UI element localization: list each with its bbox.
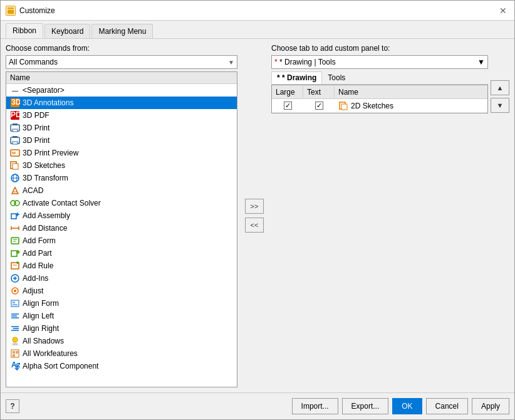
alpha-sort-icon: Az	[10, 361, 20, 371]
apply-button[interactable]: Apply	[472, 398, 509, 414]
list-item[interactable]: Add Assembly	[6, 209, 237, 222]
right-controls: * * Drawing | Tools ▼ * * Drawing Tools …	[271, 55, 509, 113]
svg-rect-7	[13, 123, 18, 125]
list-item[interactable]: 3D Print	[6, 122, 237, 134]
all-shadows-icon	[10, 336, 20, 346]
3d-transform-icon	[10, 173, 20, 183]
move-down-button[interactable]: ▼	[491, 98, 509, 113]
list-item[interactable]: Add Distance	[6, 222, 237, 234]
tab-row: Ribbon Keyboard Marking Menu	[1, 21, 514, 39]
item-name-cell: 2D Sketches	[335, 100, 487, 112]
export-button[interactable]: Export...	[342, 398, 389, 414]
list-item[interactable]: 3D Transform	[6, 172, 237, 184]
close-button[interactable]: ✕	[497, 4, 509, 17]
3d-pdf-icon: PDF	[10, 110, 20, 120]
list-item[interactable]: 3D Sketches	[6, 159, 237, 172]
list-item[interactable]: Az Alpha Sort Component	[6, 360, 237, 372]
cancel-button[interactable]: Cancel	[426, 398, 468, 414]
bottom-bar-left: ?	[6, 399, 288, 413]
list-item[interactable]: Add Form	[6, 234, 237, 247]
item-label: 3D Print Preview	[23, 149, 78, 157]
tab-selector-dropdown[interactable]: * * Drawing | Tools ▼	[271, 55, 488, 69]
main-content: Choose commands from: All Commands ▼ Nam…	[1, 39, 514, 392]
list-item[interactable]: ACAD	[6, 184, 237, 197]
right-list-header: Large Text Name	[272, 85, 487, 99]
item-label: Activate Contact Solver	[23, 199, 101, 207]
list-item[interactable]: Align Right	[6, 322, 237, 335]
right-tab-tools[interactable]: Tools	[322, 71, 351, 84]
item-label: Add-Ins	[23, 274, 48, 283]
left-panel-label: Choose commands from:	[6, 44, 237, 53]
item-label: All Workfeatures	[23, 349, 78, 358]
right-panel-label: Choose tab to add custom panel to:	[271, 44, 509, 53]
add-rule-icon	[10, 261, 20, 271]
right-list-item[interactable]: 2D Sketches	[272, 99, 487, 113]
item-label: 3D Transform	[23, 174, 68, 182]
import-button[interactable]: Import...	[292, 398, 338, 414]
list-item[interactable]: Add Part	[6, 247, 237, 260]
ok-button[interactable]: OK	[392, 398, 422, 414]
list-item[interactable]: Add Rule	[6, 260, 237, 272]
svg-rect-29	[11, 238, 19, 244]
item-label: Adjust	[23, 286, 43, 295]
move-up-button[interactable]: ▲	[491, 80, 509, 95]
2d-sketches-icon	[338, 101, 348, 111]
text-checkbox[interactable]	[315, 102, 323, 110]
item-label: 3D Print	[23, 123, 49, 132]
list-item[interactable]: Adjust	[6, 285, 237, 297]
commands-list-wrapper: Name — <Separator> 3D 3D Annotations	[6, 71, 237, 387]
remove-button[interactable]: <<	[245, 218, 264, 233]
text-checkbox-cell[interactable]	[303, 100, 335, 111]
middle-buttons: >> <<	[242, 44, 266, 387]
svg-rect-23	[11, 214, 16, 219]
tab-marking-menu[interactable]: Marking Menu	[91, 24, 153, 38]
add-button[interactable]: >>	[245, 199, 264, 214]
list-item[interactable]: All Workfeatures	[6, 347, 237, 360]
item-label: Add Distance	[23, 224, 67, 233]
svg-rect-45	[13, 302, 15, 303]
tab-keyboard[interactable]: Keyboard	[44, 24, 90, 38]
list-item[interactable]: All Shadows	[6, 335, 237, 347]
large-checkbox-cell[interactable]	[272, 100, 303, 111]
svg-point-22	[14, 201, 19, 206]
separator-icon: —	[10, 85, 20, 95]
svg-marker-19	[12, 187, 18, 194]
svg-rect-15	[13, 164, 18, 169]
list-item[interactable]: Align Form	[6, 297, 237, 310]
dialog: Customize ✕ Ribbon Keyboard Marking Menu…	[0, 0, 515, 420]
list-item[interactable]: 3D Print Preview	[6, 147, 237, 159]
tab-selector-arrow: ▼	[477, 58, 485, 66]
right-list-box[interactable]: Large Text Name	[271, 85, 488, 113]
commands-dropdown-arrow: ▼	[228, 59, 234, 66]
list-item[interactable]: — <Separator>	[6, 84, 237, 97]
svg-point-53	[13, 337, 18, 342]
align-form-icon	[10, 298, 20, 308]
right-tab-drawing[interactable]: * * Drawing	[271, 71, 322, 84]
list-item[interactable]: 3D Print	[6, 134, 237, 147]
list-item[interactable]: Activate Contact Solver	[6, 197, 237, 209]
item-label: <Separator>	[23, 86, 65, 95]
help-button[interactable]: ?	[6, 399, 19, 413]
list-item[interactable]: 3D 3D Annotations	[6, 97, 237, 109]
tab-ribbon[interactable]: Ribbon	[6, 23, 43, 38]
3d-print-preview-icon	[10, 148, 20, 158]
contact-solver-icon	[10, 198, 20, 208]
svg-text:3D: 3D	[11, 98, 20, 107]
right-panel: Choose tab to add custom panel to: * * D…	[271, 44, 509, 387]
commands-dropdown[interactable]: All Commands ▼	[6, 55, 237, 69]
list-item[interactable]: Add-Ins	[6, 272, 237, 285]
list-item[interactable]: PDF 3D PDF	[6, 109, 237, 122]
svg-rect-32	[11, 251, 17, 256]
svg-rect-58	[13, 354, 15, 357]
svg-rect-57	[16, 351, 18, 354]
item-label: Add Rule	[23, 261, 53, 270]
bottom-bar: ? Import... Export... OK Cancel Apply	[1, 392, 514, 419]
left-panel: Choose commands from: All Commands ▼ Nam…	[6, 44, 237, 387]
large-checkbox[interactable]	[284, 102, 292, 110]
commands-list[interactable]: Name — <Separator> 3D 3D Annotations	[6, 71, 237, 387]
right-list-container: * * Drawing | Tools ▼ * * Drawing Tools …	[271, 55, 488, 113]
item-label: 3D PDF	[23, 111, 49, 120]
list-item[interactable]: Align Left	[6, 310, 237, 322]
col-name: Name	[335, 87, 487, 98]
svg-point-43	[14, 290, 16, 292]
